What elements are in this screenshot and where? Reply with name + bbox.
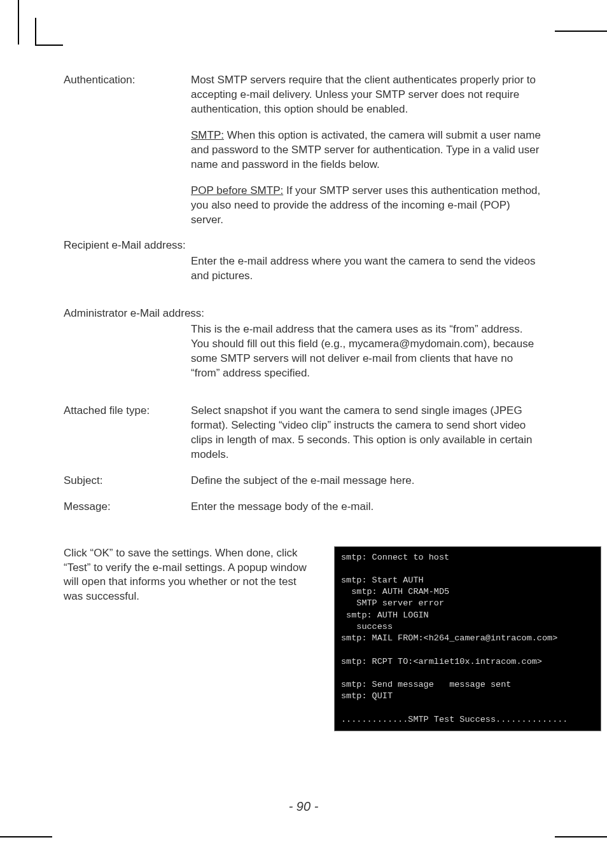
definition-lead: POP before SMTP: [191, 184, 283, 196]
smtp-test-terminal-output: smtp: Connect to host smtp: Start AUTH s… [334, 546, 601, 731]
definition-text: POP before SMTP: If your SMTP server use… [191, 184, 543, 228]
definition-text: Enter the message body of the e-mail. [191, 500, 543, 514]
crop-mark-top-left-v [0, 0, 19, 45]
definition-label: Attached file type: [64, 404, 191, 462]
definition-text: Enter the e-mail address where you want … [191, 254, 543, 284]
definition-lead: SMTP: [191, 129, 224, 141]
definition-label: Administrator e-Mail address: [64, 307, 543, 321]
definition-text: Define the subject of the e-mail message… [191, 474, 543, 488]
definition-label: Message: [64, 500, 191, 514]
crop-mark-top-left [35, 18, 63, 46]
test-instruction-paragraph: Click “OK” to save the settings. When do… [64, 546, 315, 731]
crop-mark-bottom-right [555, 836, 607, 868]
definition-label: Authentication: [64, 73, 191, 227]
page-number: - 90 - [0, 799, 607, 814]
definition-text: This is the e-mail address that the came… [191, 322, 543, 381]
definition-text: SMTP: When this option is activated, the… [191, 128, 543, 172]
definition-label: Recipient e-Mail address: [64, 238, 543, 253]
definition-text: Most SMTP servers require that the clien… [191, 73, 543, 117]
crop-mark-bottom-left [0, 836, 52, 868]
definition-label: Subject: [64, 474, 191, 488]
crop-mark-top-right [555, 0, 607, 32]
definition-text: Select snapshot if you want the camera t… [191, 404, 543, 462]
